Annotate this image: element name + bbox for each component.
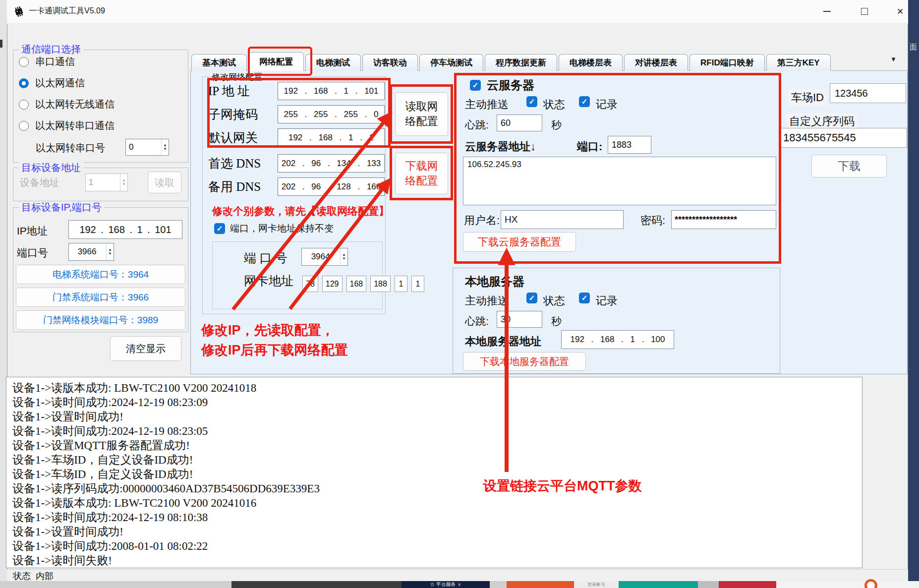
tab[interactable]: 停车场测试: [419, 54, 483, 71]
local-status-label: 状态: [543, 294, 565, 308]
cloud-port-input[interactable]: 1883: [608, 136, 651, 154]
log-line: 设备1->读版本成功: LBW-TC2100 V200 20241016: [12, 496, 856, 510]
radio-icon: [19, 78, 29, 88]
taskbar-red-tile[interactable]: [719, 581, 776, 588]
local-record-checkbox[interactable]: ✓: [579, 293, 590, 303]
local-seconds-label: 秒: [551, 314, 562, 328]
park-id-label: 车场ID: [788, 89, 827, 106]
mac-octet-input[interactable]: 129: [322, 276, 343, 292]
serial-port-no-spinner[interactable]: 0 ▲ ▼: [125, 139, 169, 156]
cloud-status-checkbox[interactable]: ✓: [526, 96, 537, 107]
mac-octet-input[interactable]: 168: [346, 276, 367, 292]
net-field-input[interactable]: 192 . 168 . 1 . 1: [278, 128, 385, 147]
download-net-config-button[interactable]: 下载网络配置: [395, 153, 448, 194]
checkbox-checked-icon[interactable]: ✓: [214, 223, 225, 234]
tab[interactable]: 程序数据更新: [485, 54, 557, 71]
comm-port-options: 串口通信 以太网通信 以太网转无线通信 以太网转串口通信: [19, 55, 115, 140]
tab[interactable]: 对讲楼层表: [624, 54, 688, 71]
read-device-addr-button[interactable]: 读取: [148, 172, 181, 193]
port-shortcut-button[interactable]: 门禁系统端口号：3966: [16, 288, 185, 307]
cloud-user-input[interactable]: HX: [501, 210, 624, 229]
mac-octet-input[interactable]: 1: [411, 276, 424, 292]
serial-port-no-label: 以太网转串口号: [36, 141, 105, 155]
taskbar-dark-tile[interactable]: [231, 581, 402, 588]
checkbox-checked-icon[interactable]: ✓: [470, 80, 481, 91]
tab[interactable]: 访客联动: [362, 54, 418, 71]
net-field-input[interactable]: 202 . 96 . 134 . 133: [278, 154, 385, 173]
taskbar-orange-tile[interactable]: [507, 581, 574, 588]
status-bar-text: 状态 内部: [13, 570, 54, 582]
radio-option[interactable]: 串口通信: [19, 55, 115, 69]
local-addr-input[interactable]: 192 . 168 . 1 . 100: [561, 330, 674, 349]
cloud-pwd-input[interactable]: ******************: [671, 210, 776, 229]
local-heartbeat-input[interactable]: 30: [497, 311, 542, 328]
tab[interactable]: 基本测试: [191, 54, 247, 71]
spin-down-icon[interactable]: ▼: [122, 182, 126, 186]
radio-option[interactable]: 以太网转无线通信: [19, 97, 115, 112]
cloud-server-header[interactable]: ✓ 云服务器: [470, 77, 534, 93]
net-field-input[interactable]: 202 . 96 . 128 . 166: [278, 177, 385, 196]
target-ip-group-title: 目标设备IP,端口号: [19, 202, 104, 213]
download-cloud-config-button[interactable]: 下载云服务器配置: [463, 232, 576, 252]
tab[interactable]: RFID端口映射: [689, 54, 765, 71]
inner-port-spinner[interactable]: 3964 ▲ ▼: [301, 248, 348, 266]
net-field-row: 首选 DNS 202 . 96 . 134 . 133: [208, 152, 385, 175]
spin-down-icon[interactable]: ▼: [108, 252, 112, 256]
custom-serial-input[interactable]: 183455675545: [780, 128, 907, 148]
tab-overflow-dropdown[interactable]: ▼: [890, 56, 897, 63]
park-download-button[interactable]: 下载: [811, 155, 887, 177]
minimize-button[interactable]: [813, 0, 841, 23]
net-field-label: 首选 DNS: [208, 155, 278, 172]
keep-unchanged-row[interactable]: ✓ 端口，网卡地址保持不变: [214, 222, 334, 235]
maximize-button[interactable]: [851, 0, 878, 23]
status-bar: 状态 内部: [7, 569, 908, 582]
log-output[interactable]: 设备1->读版本成功: LBW-TC2100 V200 20241018设备1-…: [6, 377, 862, 568]
close-button[interactable]: ✕: [886, 0, 914, 23]
tab[interactable]: 电梯楼层表: [559, 54, 623, 71]
log-line: 设备1->读时间失败!: [12, 553, 856, 568]
spinner-arrows-icon[interactable]: ▲ ▼: [106, 243, 114, 260]
read-net-config-button[interactable]: 读取网络配置: [395, 92, 448, 136]
spin-down-icon[interactable]: ▼: [342, 257, 346, 261]
tab[interactable]: 第三方KEY: [766, 54, 831, 71]
tab[interactable]: 网络配置: [248, 52, 304, 71]
spinner-arrows-icon[interactable]: ▲ ▼: [161, 139, 169, 155]
cloud-heartbeat-input[interactable]: 60: [497, 115, 542, 131]
taskbar-login-tile[interactable]: 登录帐号: [574, 581, 619, 588]
download-cloud-config-label: 下载云服务器配置: [478, 235, 561, 249]
mac-octet-input[interactable]: 188: [370, 276, 391, 292]
download-local-config-button[interactable]: 下载本地服务器配置: [463, 352, 586, 371]
local-status-checkbox[interactable]: ✓: [526, 293, 537, 303]
taskbar-light-tile: [776, 581, 919, 588]
port-shortcut-button[interactable]: 电梯系统端口号：3964: [16, 265, 185, 284]
net-field-label: 子网掩码: [208, 106, 278, 122]
target-port-spinner[interactable]: 3966 ▲ ▼: [68, 243, 114, 261]
radio-option[interactable]: 以太网通信: [19, 76, 115, 90]
park-id-input[interactable]: 123456: [830, 83, 906, 103]
local-server-title: 本地服务器: [465, 274, 524, 290]
cloud-addr-textarea[interactable]: 106.52.245.93: [463, 157, 776, 205]
target-ip-input[interactable]: 192 . 168 . 1 . 101: [68, 220, 182, 239]
taskbar-teal-tile[interactable]: [619, 581, 698, 588]
device-addr-value: 1: [89, 178, 93, 187]
taskbar-grey-tile[interactable]: [698, 581, 719, 588]
local-addr-value: 192 . 168 . 1 . 100: [570, 335, 665, 345]
cloud-record-checkbox[interactable]: ✓: [579, 96, 590, 107]
net-hint-text: 修改个别参数，请先【读取网络配置】: [212, 204, 389, 218]
net-field-input[interactable]: 192 . 168 . 1 . 101: [278, 82, 385, 100]
radio-option[interactable]: 以太网转串口通信: [19, 118, 115, 133]
cloud-addr-value: 106.52.245.93: [467, 160, 521, 170]
spinner-arrows-icon[interactable]: ▲ ▼: [120, 174, 127, 191]
spinner-arrows-icon[interactable]: ▲ ▼: [340, 248, 347, 265]
mac-octet-input[interactable]: 78: [302, 276, 318, 292]
net-field-label: 备用 DNS: [208, 178, 278, 195]
port-shortcut-button[interactable]: 门禁网络模块端口号：3989: [16, 310, 185, 330]
taskbar-platform-tile[interactable]: ☆ 平台服务 ∨: [402, 581, 490, 588]
net-field-input[interactable]: 255 . 255 . 255 . 0: [278, 105, 385, 123]
tab[interactable]: 电梯测试: [305, 54, 361, 71]
mac-octet-input[interactable]: 1: [395, 276, 407, 292]
device-addr-spinner[interactable]: 1 ▲ ▼: [85, 174, 128, 191]
spin-down-icon[interactable]: ▼: [163, 147, 167, 151]
clear-display-button[interactable]: 清空显示: [110, 336, 181, 361]
maximize-icon: [861, 8, 868, 15]
